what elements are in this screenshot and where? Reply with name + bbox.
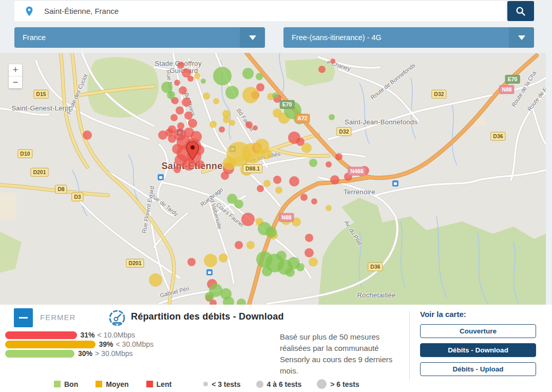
speed-bar-label: < 30.0Mbps [116, 340, 154, 348]
legend-label: < 3 tests [212, 380, 240, 388]
road-shield: E70 [280, 100, 295, 109]
road-shield: N88 [279, 213, 294, 222]
minus-icon [19, 317, 28, 319]
collapse-panel-button[interactable] [14, 308, 33, 327]
chevron-down-icon [240, 27, 265, 48]
coverage-map[interactable]: Route des CyclotRue BergsonBd ThiersBd F… [0, 53, 546, 305]
search-button[interactable] [507, 1, 534, 21]
road-shield: D201 [126, 259, 144, 268]
map-type-button-d-bits-download[interactable]: Débits - Download [420, 343, 536, 357]
country-dropdown-value: France [23, 33, 240, 42]
road-shield: D32 [336, 127, 351, 136]
road-shield: N488 [348, 167, 366, 176]
speed-bar [5, 350, 74, 358]
legend-color-swatch [54, 381, 61, 387]
zoom-out-button[interactable]: − [9, 77, 22, 88]
legend-quality-item: Lent [146, 380, 172, 388]
legend-label: > 6 tests [330, 380, 359, 388]
search-icon [515, 6, 526, 17]
speed-bar [5, 341, 96, 348]
legend-quality-item: Bon [54, 380, 78, 388]
road-shield: D201 [30, 168, 48, 177]
sidebar-heading: Voir la carte: [420, 310, 536, 319]
road-shield: D32 [431, 90, 446, 99]
map-marker-icon [186, 141, 199, 160]
speed-bar-percent: 39% [99, 340, 113, 348]
legend-label: 4 à 6 tests [267, 380, 302, 388]
speed-bar-label: < 10.0Mbps [98, 331, 136, 339]
collapse-panel-label: FERMER [40, 313, 75, 322]
map-type-button-couverture[interactable]: Couverture [420, 324, 536, 338]
road-shield: D3 [71, 193, 83, 201]
speed-bar-row: 30%> 30.0Mbps [5, 349, 154, 358]
legend-size-circle [317, 379, 327, 389]
road-shield: N88 [499, 85, 514, 94]
speed-bar-label: > 30.0Mbps [95, 349, 133, 358]
speedometer-icon [108, 309, 126, 327]
road-shield: D8 [55, 185, 67, 194]
map-type-sidebar: Voir la carte: CouvertureDébits - Downlo… [420, 310, 536, 381]
stats-panel: FERMER Répartition des débits - Download… [0, 305, 552, 392]
chevron-down-icon [509, 27, 534, 48]
map-legend: BonMoyenLent< 3 tests4 à 6 tests> 6 test… [54, 379, 359, 389]
location-pin-icon [24, 6, 35, 17]
road-shield: D36 [490, 132, 505, 141]
map-zoom-control: + − [9, 64, 22, 88]
network-dropdown[interactable]: Free-(sans-itinerance) - 4G [283, 27, 534, 48]
legend-color-swatch [96, 381, 102, 387]
road-shield: A72 [295, 114, 310, 123]
legend-tests-item: 4 à 6 tests [256, 380, 302, 388]
panel-title: Répartition des débits - Download [131, 311, 284, 322]
speed-bar-percent: 30% [78, 349, 92, 358]
speed-bar [5, 331, 77, 339]
sensorly-coverage-app: { "search": { "value": "Saint-Étienne, F… [0, 0, 552, 392]
country-dropdown[interactable]: France [14, 27, 265, 48]
road-shield: D36 [368, 263, 383, 271]
divider [409, 311, 410, 380]
zoom-in-button[interactable]: + [9, 64, 22, 76]
search-input[interactable]: Saint-Étienne, France [44, 7, 119, 15]
road-shield: D88.1 [243, 164, 262, 173]
legend-label: Lent [157, 380, 172, 388]
legend-label: Bon [64, 380, 78, 388]
road-shields-layer: D15D10D201D8D3D201D88.1D32D32D36D36E70E7… [0, 53, 546, 305]
speed-bar-row: 39%< 30.0Mbps [5, 340, 154, 349]
map-right-gutter [546, 53, 552, 305]
network-dropdown-value: Free-(sans-itinerance) - 4G [292, 33, 509, 42]
speed-distribution-bars: 31%< 10.0Mbps39%< 30.0Mbps30%> 30.0Mbps [5, 330, 154, 358]
road-shield: D10 [17, 150, 32, 158]
legend-tests-item: > 6 tests [317, 379, 359, 389]
road-shield: E70 [505, 75, 520, 84]
legend-color-swatch [146, 381, 153, 387]
legend-quality-item: Moyen [96, 380, 128, 388]
map-type-button-d-bits-upload[interactable]: Débits - Upload [420, 362, 536, 376]
legend-label: Moyen [106, 380, 128, 388]
search-box[interactable]: Saint-Étienne, France [14, 1, 506, 21]
speed-bar-row: 31%< 10.0Mbps [5, 330, 154, 340]
legend-size-circle [203, 382, 208, 386]
road-shield: D15 [33, 90, 48, 99]
speed-bar-percent: 31% [81, 331, 95, 339]
legend-size-circle [256, 381, 263, 388]
measures-description: Basé sur plus de 50 mesures réalisées pa… [280, 331, 402, 377]
legend-tests-item: < 3 tests [203, 380, 240, 388]
